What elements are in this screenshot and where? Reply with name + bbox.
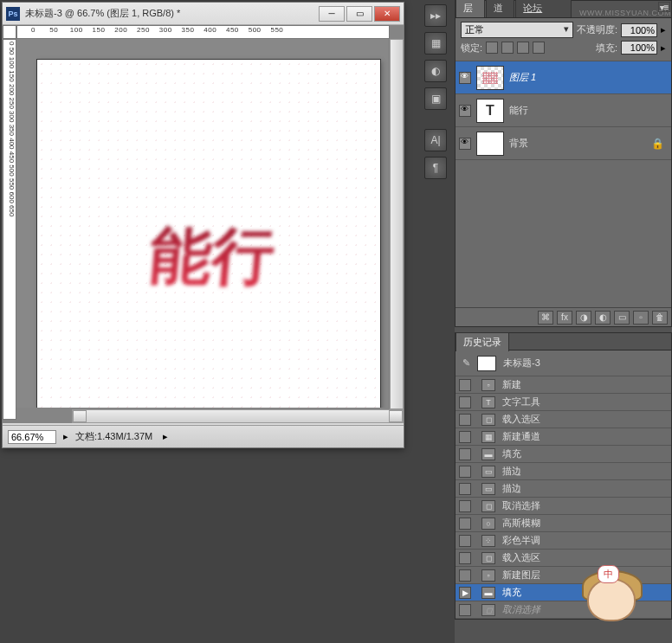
tab-channels[interactable]: 通道 [486, 0, 515, 17]
new-layer-icon[interactable]: ▫ [633, 311, 649, 325]
history-step[interactable]: ◻取消选择 [456, 601, 671, 619]
layers-group-icon[interactable]: ▦ [424, 32, 447, 55]
layer-row[interactable]: 背景 🔒 [456, 127, 671, 160]
layer-row[interactable]: 图层 1 [456, 61, 671, 94]
new-doc-icon: ▫ [481, 379, 495, 391]
step-toggle[interactable] [459, 587, 471, 599]
history-step[interactable]: ▫新建图层 [456, 567, 671, 584]
step-toggle[interactable] [459, 431, 471, 443]
step-toggle[interactable] [459, 500, 471, 512]
step-label: 彩色半调 [502, 534, 540, 547]
mask-icon[interactable]: ◑ [576, 311, 591, 325]
panel-menu-icon[interactable]: ▾≡ [658, 2, 670, 12]
layer-thumbnail[interactable]: T [476, 99, 504, 123]
horizontal-ruler[interactable] [16, 25, 390, 39]
canvas[interactable]: 能行 [37, 60, 380, 408]
panel-dock-strip: ▸▸ ▦ ◐ ▣ A| ¶ [424, 4, 452, 179]
history-step[interactable]: ▫新建 [456, 376, 671, 394]
zoom-input[interactable]: 66.67% [8, 430, 56, 444]
stroke-icon: ▭ [481, 483, 495, 495]
step-label: 新建图层 [502, 569, 540, 582]
trash-icon[interactable]: 🗑 [652, 311, 668, 325]
stroke-icon: ▭ [481, 466, 495, 478]
canvas-viewport[interactable]: 能行 [16, 39, 388, 408]
maximize-button[interactable]: ▭ [346, 6, 372, 22]
history-step[interactable]: ▬填充 [456, 446, 671, 463]
ruler-origin[interactable] [3, 25, 16, 39]
layer-thumbnail[interactable] [476, 132, 504, 156]
step-label: 填充 [502, 447, 521, 460]
step-toggle[interactable] [459, 448, 471, 460]
history-step[interactable]: ▬填充 [456, 584, 671, 601]
fill-input[interactable]: 100% [621, 41, 657, 55]
layer-name[interactable]: 能行 [509, 104, 668, 117]
layer-list-empty [456, 160, 671, 307]
opacity-flyout-icon[interactable]: ▸ [661, 24, 666, 35]
visibility-toggle-icon[interactable] [459, 138, 471, 150]
lock-label: 锁定: [461, 42, 482, 55]
history-step[interactable]: ▦新建通道 [456, 428, 671, 446]
lock-position-icon[interactable] [517, 42, 529, 54]
layer-row[interactable]: T 能行 [456, 94, 671, 127]
layer-list: 图层 1 T 能行 背景 🔒 [456, 61, 671, 160]
lock-transparent-icon[interactable] [486, 42, 498, 54]
adjustment-layer-icon[interactable]: ◐ [595, 311, 611, 325]
history-list: ▫新建 T文字工具 ◻载入选区 ▦新建通道 ▬填充 ▭描边 ▭描边 ◻取消选择 … [456, 376, 671, 619]
close-button[interactable]: ✕ [374, 6, 400, 22]
layer-name[interactable]: 背景 [509, 137, 646, 150]
info-dropdown-icon[interactable]: ▸ [163, 431, 168, 442]
step-toggle[interactable] [459, 414, 471, 426]
history-step[interactable]: T文字工具 [456, 394, 671, 411]
history-panel: 历史记录 ▾≡ ✎ 未标题-3 ▫新建 T文字工具 ◻载入选区 ▦新建通道 ▬填… [455, 332, 672, 620]
zoom-dropdown-icon[interactable]: ▸ [63, 431, 68, 442]
history-step[interactable]: ▭描边 [456, 463, 671, 480]
visibility-toggle-icon[interactable] [459, 105, 471, 117]
lock-pixels-icon[interactable] [501, 42, 514, 54]
history-step[interactable]: ◻取消选择 [456, 498, 671, 515]
history-step[interactable]: ▭描边 [456, 480, 671, 498]
step-toggle[interactable] [459, 518, 471, 530]
vertical-ruler[interactable] [3, 39, 16, 420]
opacity-input[interactable]: 100% [621, 23, 657, 37]
adjustments-icon[interactable]: ◐ [424, 60, 447, 82]
character-icon[interactable]: A| [424, 129, 447, 151]
step-toggle[interactable] [459, 569, 471, 582]
step-toggle[interactable] [459, 379, 471, 391]
document-titlebar[interactable]: Ps 未标题-3 @ 66.7% (图层 1, RGB/8) * ─ ▭ ✕ [3, 3, 404, 25]
paragraph-icon[interactable]: ¶ [424, 157, 447, 179]
history-step[interactable]: ○高斯模糊 [456, 515, 671, 532]
visibility-toggle-icon[interactable] [459, 72, 471, 84]
snapshot-thumbnail[interactable] [477, 356, 496, 371]
history-brush-icon[interactable]: ✎ [462, 357, 470, 369]
lock-all-icon[interactable] [533, 42, 545, 54]
vertical-scrollbar[interactable] [390, 39, 404, 409]
link-layers-icon[interactable]: ⌘ [538, 311, 553, 325]
history-step[interactable]: ⁘彩色半调 [456, 532, 671, 550]
blend-mode-dropdown[interactable]: 正常 [461, 22, 573, 38]
step-toggle[interactable] [459, 396, 471, 408]
tab-layers[interactable]: 图层 [456, 0, 485, 17]
blur-icon: ○ [481, 518, 495, 530]
fill-flyout-icon[interactable]: ▸ [661, 42, 666, 54]
layer-name[interactable]: 图层 1 [509, 71, 668, 84]
fx-icon[interactable]: fx [557, 311, 572, 325]
step-toggle[interactable] [459, 552, 471, 564]
minimize-button[interactable]: ─ [319, 6, 345, 22]
layer-thumbnail[interactable] [476, 66, 504, 90]
step-label: 载入选区 [502, 413, 540, 426]
history-snapshot-row[interactable]: ✎ 未标题-3 [456, 350, 671, 376]
tab-forum-link[interactable]: 思缘设计论坛 [515, 0, 572, 17]
step-toggle[interactable] [459, 466, 471, 478]
step-label: 载入选区 [502, 551, 540, 564]
horizontal-scrollbar[interactable] [72, 409, 404, 423]
tab-history[interactable]: 历史记录 [456, 332, 509, 351]
expand-dock-icon[interactable]: ▸▸ [424, 4, 447, 27]
step-toggle[interactable] [459, 604, 471, 616]
document-info: 文档:1.43M/1.37M [75, 430, 152, 443]
step-toggle[interactable] [459, 483, 471, 495]
group-icon[interactable]: ▭ [614, 311, 630, 325]
history-step[interactable]: ◻载入选区 [456, 411, 671, 428]
step-toggle[interactable] [459, 535, 471, 547]
masks-icon[interactable]: ▣ [424, 87, 447, 110]
history-step[interactable]: ◻载入选区 [456, 550, 671, 567]
